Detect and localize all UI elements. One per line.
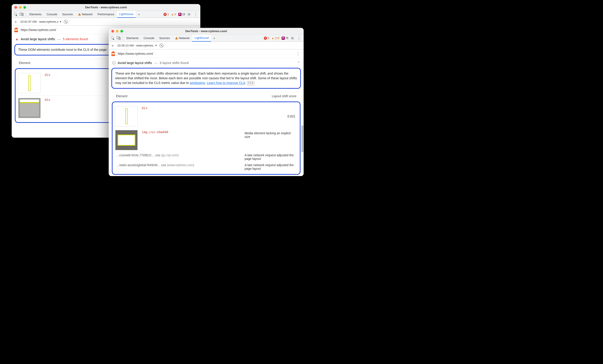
error-badge[interactable]: ✕3: [264, 37, 269, 40]
col-element: Element: [19, 61, 30, 65]
resource-domain: (g1.nyt.com): [161, 153, 179, 157]
windowing-link[interactable]: windowing: [190, 81, 205, 85]
root-cause: Media element lacking an explicit size: [244, 131, 296, 138]
warning-badge[interactable]: ▲219: [271, 37, 279, 40]
chevron-down-icon: ▼: [59, 21, 62, 23]
content-pane: Avoid large layout shifts — 6 layout shi…: [109, 58, 304, 176]
status-circle-icon: [112, 61, 116, 64]
page-url: https://www.nytimes.com/: [118, 52, 153, 56]
more-tabs-icon[interactable]: »: [136, 12, 141, 17]
chevron-down-icon: ▼: [155, 44, 157, 47]
report-time-label: 10:41:57 AM - www.nytimes.c: [20, 20, 59, 23]
traffic-lights: [111, 30, 123, 33]
tab-console[interactable]: Console: [141, 34, 157, 42]
tab-bar: Elements Console Sources Network Perform…: [12, 11, 200, 18]
tab-network[interactable]: Network: [173, 34, 192, 42]
table-row[interactable]: div 0.021: [115, 104, 297, 128]
audit-description-mid: .: [205, 81, 207, 85]
close-icon[interactable]: [14, 6, 17, 9]
element-selector: div: [45, 73, 50, 77]
audit-header[interactable]: Avoid large layout shifts — 6 layout shi…: [109, 58, 304, 68]
audit-title: Avoid large layout shifts: [21, 37, 55, 41]
device-icon[interactable]: [116, 35, 121, 41]
tab-elements[interactable]: Elements: [124, 34, 141, 42]
new-report-button[interactable]: ＋: [111, 43, 115, 48]
element-thumbnail: [18, 98, 41, 118]
tab-bar: Elements Console Sources Network Lightho…: [109, 34, 304, 42]
minimize-icon[interactable]: [116, 30, 119, 33]
audit-count: 5 elements found: [63, 37, 88, 41]
inspect-icon[interactable]: [13, 12, 18, 17]
col-element: Element: [116, 94, 127, 98]
zoom-icon[interactable]: [120, 30, 123, 33]
chevron-up-icon[interactable]: ⌃: [297, 61, 300, 65]
close-icon[interactable]: [111, 30, 114, 33]
table-row[interactable]: img.css-o9w048 Media element lacking an …: [115, 128, 297, 152]
table-row[interactable]: …static-assets/global-f449cfd….css (www.…: [115, 162, 297, 172]
inspect-icon[interactable]: [110, 35, 116, 41]
elements-box: div 0.021 img.css-o9w048 Media element l…: [112, 102, 301, 175]
audit-count: 6 layout shifts found: [160, 61, 189, 65]
resource-path: …css/web-fonts.7705b21….css: [116, 153, 160, 157]
dash: —: [154, 61, 158, 65]
layout-shift-score: 0.021: [288, 114, 297, 118]
resource-domain: (www.nytimes.com): [167, 163, 194, 167]
table-header: Element Layout shift score: [112, 92, 301, 100]
more-tabs-icon[interactable]: »: [211, 35, 217, 41]
resource-path: …static-assets/global-f449cfd….css: [116, 163, 166, 167]
table-row[interactable]: …css/web-fonts.7705b21….css (g1.nyt.com)…: [115, 152, 297, 162]
cls-chip: CLS: [247, 81, 255, 85]
report-dropdown[interactable]: 10:39:13 AM - www.nytimes. ▼: [117, 44, 157, 47]
audit-description: These DOM elements contribute most to th…: [18, 48, 107, 51]
svg-point-3: [189, 14, 190, 15]
tab-lighthouse[interactable]: Lighthouse: [192, 34, 211, 42]
traffic-lights: [14, 6, 26, 9]
url-bar: https://www.nytimes.com/ ⋮: [109, 49, 304, 58]
settings-icon[interactable]: [186, 12, 192, 17]
report-menu-icon[interactable]: ⋮: [295, 51, 302, 56]
window-title: DevTools - www.nytimes.com/: [12, 6, 200, 9]
page-url: https://www.nytimes.com/: [21, 28, 56, 32]
learn-cls-link[interactable]: Learn how to improve CLS: [207, 81, 245, 85]
new-report-button[interactable]: ＋: [13, 19, 18, 24]
kebab-icon[interactable]: ⋮: [192, 12, 199, 17]
violation-badge[interactable]: ⚑19: [178, 13, 185, 16]
svg-rect-1: [20, 13, 22, 15]
tab-network-label: Network: [82, 12, 93, 16]
minimize-icon[interactable]: [19, 6, 22, 9]
tab-performance[interactable]: Performance: [95, 11, 116, 18]
root-cause: A late network request adjusted the page…: [244, 153, 296, 160]
tab-elements[interactable]: Elements: [27, 11, 44, 18]
dash: —: [57, 37, 61, 41]
clear-icon[interactable]: [160, 44, 163, 48]
tab-console[interactable]: Console: [44, 11, 59, 18]
kebab-icon[interactable]: ⋮: [296, 36, 302, 41]
warning-triangle-icon: ▲: [15, 37, 18, 41]
report-dropdown[interactable]: 10:41:57 AM - www.nytimes.c ▼: [20, 20, 61, 23]
tab-sources[interactable]: Sources: [157, 34, 172, 42]
tab-sources[interactable]: Sources: [60, 11, 75, 18]
element-selector: div: [142, 106, 147, 110]
col-score: Layout shift score: [272, 94, 296, 98]
tab-network[interactable]: Network: [76, 11, 95, 18]
svg-rect-5: [116, 37, 119, 39]
report-subbar: ＋ 10:41:57 AM - www.nytimes.c ▼: [12, 18, 200, 26]
report-time-label: 10:39:13 AM - www.nytimes.: [117, 44, 154, 47]
element-selector: img.css-o9w048: [142, 130, 168, 134]
zoom-icon[interactable]: [23, 6, 26, 9]
audit-description-box: These are the largest layout shifts obse…: [111, 68, 301, 89]
scrollbar[interactable]: [302, 125, 303, 152]
tab-network-label: Network: [179, 36, 190, 40]
settings-icon[interactable]: [290, 35, 295, 41]
element-selector: div: [45, 98, 50, 102]
clear-icon[interactable]: [64, 20, 68, 24]
violation-badge[interactable]: ⚑75: [282, 37, 288, 40]
device-icon[interactable]: [19, 12, 24, 17]
devtools-window-b: DevTools - www.nytimes.com/ Elements Con…: [109, 28, 304, 176]
root-cause: A late network request adjusted the page…: [244, 163, 296, 171]
warning-badge[interactable]: ▲6: [171, 13, 176, 16]
tab-lighthouse[interactable]: Lighthouse: [117, 11, 136, 18]
element-thumbnail: [18, 73, 41, 93]
error-badge[interactable]: ✕1: [163, 13, 169, 16]
lighthouse-icon: [111, 51, 116, 56]
